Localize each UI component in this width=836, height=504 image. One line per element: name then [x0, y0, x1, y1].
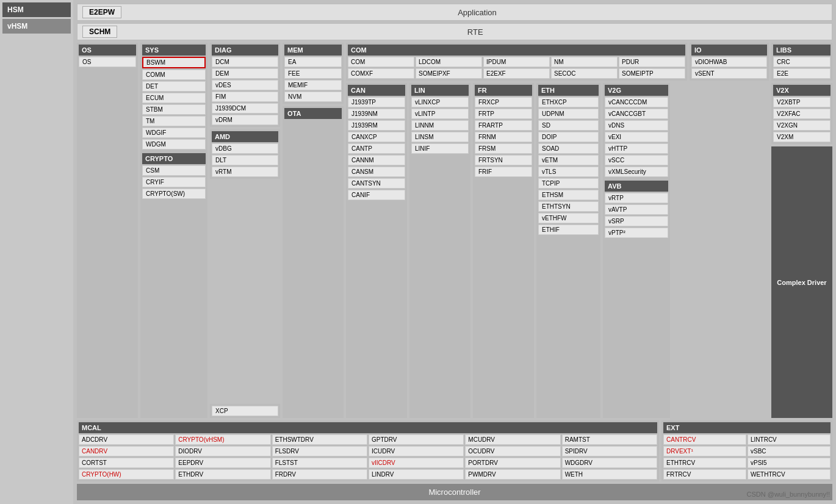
mem-header: MEM [284, 45, 342, 56]
bottom-section: MCAL ADCDRV CRYPTO(vHSM) ETHSWTDRV GPTDR… [77, 420, 832, 481]
mcal-item: CRYPTO(HW) [79, 469, 174, 480]
module-item: vXMLSecurity [605, 167, 668, 177]
module-item: SOAD [538, 143, 599, 154]
module-item: WDGIF [142, 128, 206, 138]
lin-module: LIN vLINXCP vLINTP LINNM LINSM LINIF [409, 83, 470, 418]
mcal-item: DIODRV [175, 446, 270, 456]
mcal-item: ICUDRV [369, 446, 464, 456]
can-header: CAN [348, 85, 405, 96]
module-item: V2XFAC [773, 109, 831, 119]
sidebar-item-vhsm[interactable]: vHSM [2, 19, 71, 34]
module-item: COM [348, 57, 414, 67]
v2x-header: V2X [773, 85, 831, 96]
mcal-item: FLSDRV [272, 446, 367, 456]
diag-amd-col: DIAG DCM DEM vDES FIM J1939DCM vDRM AMD … [210, 43, 280, 418]
module-item: CANIF [348, 190, 405, 200]
modules-area: OS OS SYS BSWM COMM DET ECUM STBM TM WDG… [77, 43, 832, 418]
module-item: SD [538, 120, 599, 131]
module-item: FEE [284, 68, 342, 79]
io-libs-col: IO vDIOHWAB vSENT [690, 43, 769, 418]
module-item: PDUR [619, 57, 685, 67]
module-item: ETHIF [538, 225, 599, 235]
module-item: J1939DCM [212, 103, 278, 113]
module-item: vETM [538, 155, 599, 165]
module-item: vSRP [605, 216, 668, 226]
module-item: vSCC [605, 155, 668, 165]
module-item: vDNS [605, 120, 668, 131]
eth-module: ETH ETHXCP UDPNM SD DOIP SOAD vETM vTLS … [536, 83, 600, 418]
module-item: vSENT [691, 68, 767, 79]
ota-module: OTA [283, 106, 344, 418]
module-item: CANNM [348, 155, 405, 165]
module-item: CANTP [348, 143, 405, 154]
io-header: IO [691, 45, 767, 56]
module-item: vLINTP [411, 109, 469, 119]
module-item: SOMEIPXF [416, 68, 482, 79]
module-item: V2XGN [773, 120, 831, 131]
mcal-item: OCUDRV [465, 446, 560, 456]
module-item: DCM [212, 57, 278, 67]
module-item: vDBG [212, 143, 278, 154]
ext-item: WETHTRCV [748, 469, 831, 480]
module-item: FRIF [475, 167, 532, 177]
module-item: WDGM [142, 139, 206, 149]
module-item: vRTM [212, 167, 278, 177]
os-module: OS OS [77, 43, 138, 418]
module-item: E2EXF [483, 68, 550, 79]
sys-module: SYS BSWM COMM DET ECUM STBM TM WDGIF WDG… [140, 43, 207, 418]
module-item: LINIF [411, 143, 469, 154]
module-item: DLT [212, 155, 278, 165]
crypto-header: CRYPTO [142, 153, 206, 164]
mcal-item: LINDRV [369, 469, 464, 480]
module-item: CRYPTO(SW) [142, 189, 206, 199]
module-item: FRTSYN [475, 155, 532, 165]
module-item: FIM [212, 92, 278, 102]
module-item: ETHXCP [538, 97, 599, 107]
com-header: COM [348, 45, 685, 56]
module-item: vCANCCGBT [605, 109, 668, 119]
avb-header: AVB [605, 181, 668, 192]
v2g-header: V2G [605, 85, 668, 96]
module-item: vEXI [605, 132, 668, 142]
diag-header: DIAG [212, 45, 278, 56]
ext-item: LINTRCV [748, 434, 831, 445]
mcal-header: MCAL [79, 422, 657, 433]
ota-header: OTA [284, 108, 342, 119]
module-item: LDCOM [416, 57, 482, 67]
right-col: LIBS CRC E2E V2X V2XBTP V2XFAC V2XGN V2X… [771, 43, 832, 418]
mcal-item: CANDRV [79, 446, 174, 456]
module-item: CSM [142, 165, 206, 176]
v2x-module: V2X V2XBTP V2XFAC V2XGN V2XM [771, 83, 832, 144]
eth-header: ETH [538, 85, 599, 96]
module-item: EA [284, 57, 342, 67]
fr-module: FR FRXCP FRTP FRARTP FRNM FRSM FRTSYN FR… [473, 83, 534, 418]
mcal-item: vIICDRV [369, 458, 464, 468]
watermark: CSDN @wuli_bunnybunny!! [746, 491, 830, 498]
bswm-item: BSWM [142, 57, 206, 68]
fr-header: FR [475, 85, 532, 96]
ext-header: EXT [663, 422, 831, 433]
module-item: FRARTP [475, 120, 532, 131]
schm-label: SCHM [82, 26, 117, 38]
com-section: COM COM LDCOM IPDUM NM PDUR COMXF SOMEIP… [346, 43, 687, 418]
sidebar-item-hsm[interactable]: HSM [2, 2, 71, 17]
module-item: vETHFW [538, 213, 599, 223]
module-item: UDPNM [538, 109, 599, 119]
mcal-section: MCAL ADCDRV CRYPTO(vHSM) ETHSWTDRV GPTDR… [77, 420, 659, 481]
e2epw-label: E2EPW [82, 6, 121, 18]
module-item: FRXCP [475, 97, 532, 107]
module-item: NM [551, 57, 618, 67]
module-item: IPDUM [483, 57, 550, 67]
ext-section: EXT CANTRCV LINTRCV DRVEXT¹ vSBC ETHTRCV… [661, 420, 832, 481]
module-item: FRTP [475, 109, 532, 119]
ext-item: CANTRCV [663, 434, 746, 445]
module-item: TCPIP [538, 178, 599, 189]
module-item: vLINXCP [411, 97, 469, 107]
com-top: COM COM LDCOM IPDUM NM PDUR COMXF SOMEIP… [346, 43, 687, 81]
module-item: E2E [773, 68, 831, 79]
module-item: vDRM [212, 115, 278, 125]
application-bar: E2EPW Application [77, 4, 832, 21]
application-title: Application [128, 8, 827, 17]
mcal-item: CORTST [79, 458, 174, 468]
mcal-item: EEPDRV [175, 458, 270, 468]
